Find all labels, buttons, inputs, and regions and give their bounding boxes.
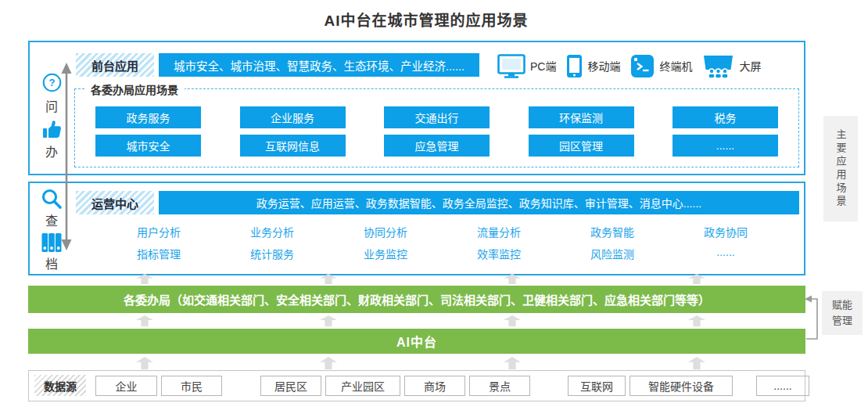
mobile-icon bbox=[566, 54, 583, 78]
up-arrow bbox=[320, 357, 337, 369]
scenario-button: 互联网信息 bbox=[240, 135, 346, 157]
scenario-button: 环保监测 bbox=[529, 106, 634, 128]
operation-row: 指标管理 统计服务 业务监控 效率监控 风险监测 ...... bbox=[112, 246, 773, 261]
operation-section-tag: 运营中心 bbox=[76, 191, 154, 214]
datasource-items: 企业 市民 居民区 产业园区 商场 景点 互联网 智能硬件设备 ...... bbox=[88, 376, 809, 396]
device-terminal-label: 终端机 bbox=[659, 58, 692, 74]
operation-section-banner: 政务运营、应用运营、政务数据智能、政务全局监控、政务知识库、审计管理、消息中心.… bbox=[159, 191, 799, 214]
datasource-item: 产业园区 bbox=[325, 376, 400, 396]
up-arrow bbox=[136, 357, 153, 369]
diagram-canvas: AI中台在城市管理的应用场景 前台应用 城市安全、城市治理、智慧政务、生态环境、… bbox=[0, 0, 868, 414]
datasource-item: 商场 bbox=[404, 376, 465, 396]
front-section-box: 前台应用 城市安全、城市治理、智慧政务、生态环境、产业经济...... PC端 bbox=[28, 41, 805, 175]
datasource-item: 智能硬件设备 bbox=[629, 376, 733, 396]
scenario-button: 应急管理 bbox=[384, 135, 490, 157]
device-strip: PC端 移动端 bbox=[497, 52, 798, 79]
page-title: AI中台在城市管理的应用场景 bbox=[0, 9, 852, 30]
datasource-box: 数据源 企业 市民 居民区 产业园区 商场 景点 互联网 智能硬件设备 ....… bbox=[28, 370, 805, 401]
scenario-button-row: 政务服务 企业服务 交通出行 环保监测 税务 bbox=[75, 106, 798, 128]
scenario-button: 企业服务 bbox=[240, 106, 346, 128]
vertical-flow-arrow bbox=[59, 63, 74, 250]
operation-item: ...... bbox=[679, 246, 773, 261]
device-mobile-label: 移动端 bbox=[587, 58, 620, 74]
datasource-item: 市民 bbox=[161, 376, 222, 396]
scenario-button: 园区管理 bbox=[529, 135, 634, 157]
operation-row: 用户分析 业务分析 协同分析 流量分析 政务智能 政务协同 bbox=[112, 224, 773, 239]
main-scenarios-side-label: 主要应用场景 bbox=[823, 116, 858, 221]
rail-label-archive: 档 bbox=[38, 254, 66, 272]
up-arrow bbox=[136, 315, 153, 326]
operation-item: 指标管理 bbox=[112, 246, 206, 261]
operation-item: 效率监控 bbox=[452, 246, 546, 261]
scenario-button: 税务 bbox=[673, 106, 778, 128]
ai-platform-bar: AI中台 bbox=[28, 329, 805, 354]
scenario-button: 城市安全 bbox=[95, 135, 201, 157]
front-section-tag: 前台应用 bbox=[76, 53, 154, 77]
operation-item: 风险监测 bbox=[565, 246, 659, 261]
operation-item: 流量分析 bbox=[452, 224, 546, 239]
up-arrow bbox=[504, 357, 521, 369]
datasource-item: 企业 bbox=[95, 376, 157, 396]
front-section-banner: 城市安全、城市治理、智慧政务、生态环境、产业经济...... bbox=[159, 53, 479, 77]
scenario-button-row: 城市安全 互联网信息 应急管理 园区管理 ...... bbox=[75, 135, 798, 157]
bureau-bar: 各委办局（如交通相关部门、安全相关部门、财政相关部门、司法相关部门、卫健相关部门… bbox=[28, 286, 805, 313]
up-arrow bbox=[688, 315, 705, 326]
device-bigscreen-label: 大屏 bbox=[739, 58, 761, 74]
scenario-button: ...... bbox=[673, 135, 778, 157]
device-mobile: 移动端 bbox=[566, 54, 620, 78]
datasource-item: 互联网 bbox=[568, 376, 626, 396]
datasource-item: 居民区 bbox=[260, 376, 321, 396]
big-screen-icon bbox=[702, 54, 734, 78]
up-arrow bbox=[688, 357, 705, 369]
empower-bracket-arrow bbox=[802, 291, 824, 344]
pc-icon bbox=[497, 54, 525, 78]
up-arrow bbox=[504, 315, 521, 326]
operation-item: 政务协同 bbox=[679, 224, 773, 239]
operation-item: 协同分析 bbox=[339, 224, 432, 239]
empower-management-label: 赋能管理 bbox=[822, 291, 863, 335]
datasource-item: ...... bbox=[756, 376, 809, 396]
device-terminal: 终端机 bbox=[630, 54, 692, 78]
operation-item: 用户分析 bbox=[112, 224, 206, 239]
operation-section-box: 运营中心 政务运营、应用运营、政务数据智能、政务全局监控、政务知识库、审计管理、… bbox=[28, 182, 805, 275]
terminal-icon bbox=[630, 54, 655, 78]
operation-item: 业务监控 bbox=[339, 246, 432, 261]
bureau-scenarios-box: 各委办局应用场景 政务服务 企业服务 交通出行 环保监测 税务 城市安全 互联网… bbox=[74, 88, 799, 167]
operation-item: 政务智能 bbox=[565, 224, 659, 239]
up-arrow bbox=[320, 315, 337, 326]
device-pc-label: PC端 bbox=[530, 58, 556, 74]
bureau-scenarios-title: 各委办局应用场景 bbox=[84, 81, 185, 97]
datasource-item: 景点 bbox=[469, 376, 530, 396]
operation-item: 业务分析 bbox=[225, 224, 319, 239]
scenario-button: 交通出行 bbox=[384, 106, 490, 128]
operation-item: 统计服务 bbox=[225, 246, 319, 261]
datasource-tag: 数据源 bbox=[34, 375, 86, 396]
device-bigscreen: 大屏 bbox=[702, 54, 761, 78]
svg-text:?: ? bbox=[48, 77, 55, 88]
device-pc: PC端 bbox=[497, 54, 556, 78]
scenario-button: 政务服务 bbox=[95, 106, 201, 128]
